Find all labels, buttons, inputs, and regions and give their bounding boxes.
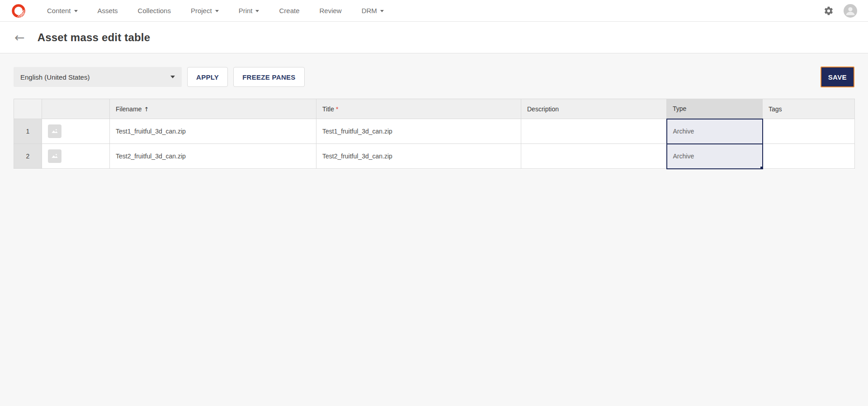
- column-header-description[interactable]: Description: [521, 99, 667, 119]
- user-avatar[interactable]: [844, 4, 857, 18]
- chevron-down-icon: [380, 10, 384, 12]
- settings-gear-icon[interactable]: [824, 6, 834, 16]
- language-select[interactable]: English (United States): [14, 67, 182, 87]
- nav-item-assets[interactable]: Assets: [98, 7, 118, 14]
- chevron-down-icon: [170, 76, 175, 78]
- nav-item-create[interactable]: Create: [279, 7, 299, 14]
- nav-item-label: Collections: [138, 7, 171, 14]
- nav-item-content[interactable]: Content: [47, 7, 78, 14]
- cell-description[interactable]: [521, 119, 667, 144]
- top-navigation-bar: Content Assets Collections Project Print…: [0, 0, 868, 22]
- column-header-filename[interactable]: Filename↑: [110, 99, 316, 119]
- cell-type-value: Archive: [673, 153, 694, 160]
- table-row: 1 Test1_fruitful_3d_can.zip Test1_fruitf…: [14, 119, 855, 144]
- thumbnail-cell[interactable]: [42, 144, 110, 169]
- chevron-down-icon: [215, 10, 219, 12]
- image-placeholder-icon: [48, 124, 61, 138]
- nav-item-collections[interactable]: Collections: [138, 7, 171, 14]
- column-header-label: Type: [673, 105, 686, 112]
- required-asterisk-icon: *: [336, 105, 338, 113]
- row-number-cell[interactable]: 1: [14, 119, 42, 144]
- column-header-thumbnail[interactable]: [42, 99, 110, 119]
- apply-button[interactable]: APPLY: [187, 67, 228, 87]
- nav-item-print[interactable]: Print: [239, 7, 259, 14]
- nav-right-actions: [824, 4, 857, 18]
- nav-item-label: Assets: [98, 7, 118, 14]
- image-placeholder-icon: [48, 149, 61, 163]
- nav-item-label: Print: [239, 7, 253, 14]
- nav-item-project[interactable]: Project: [191, 7, 219, 14]
- brand-logo-icon: [11, 3, 26, 19]
- brand-logo[interactable]: [11, 3, 26, 19]
- mass-edit-toolbar: English (United States) APPLY FREEZE PAN…: [14, 67, 854, 87]
- table-row: 2 Test2_fruitful_3d_can.zip Test2_fruitf…: [14, 144, 855, 169]
- column-header-title[interactable]: Title*: [316, 99, 521, 119]
- mass-edit-grid: Filename↑ Title* Description Type Tags 1: [14, 99, 854, 169]
- cell-filename[interactable]: Test2_fruitful_3d_can.zip: [110, 144, 316, 169]
- nav-item-label: DRM: [362, 7, 377, 14]
- row-number-cell[interactable]: 2: [14, 144, 42, 169]
- select-all-corner-cell[interactable]: [14, 99, 42, 119]
- cell-title[interactable]: Test2_fruitful_3d_can.zip: [316, 144, 521, 169]
- language-select-value: English (United States): [20, 73, 90, 81]
- sort-ascending-icon: ↑: [144, 106, 149, 113]
- chevron-down-icon: [255, 10, 259, 12]
- thumbnail-cell[interactable]: [42, 119, 110, 144]
- grid-header-row: Filename↑ Title* Description Type Tags: [14, 99, 855, 119]
- nav-item-review[interactable]: Review: [320, 7, 342, 14]
- nav-item-label: Create: [279, 7, 299, 14]
- column-header-label: Filename: [116, 105, 142, 113]
- column-header-tags[interactable]: Tags: [763, 99, 855, 119]
- nav-menu: Content Assets Collections Project Print…: [47, 7, 384, 14]
- cell-tags[interactable]: [763, 119, 855, 144]
- nav-item-label: Content: [47, 7, 71, 14]
- nav-item-label: Review: [320, 7, 342, 14]
- cell-filename[interactable]: Test1_fruitful_3d_can.zip: [110, 119, 316, 144]
- save-button[interactable]: SAVE: [821, 67, 854, 87]
- back-arrow-icon[interactable]: ←: [14, 31, 25, 43]
- column-header-label: Tags: [769, 105, 782, 113]
- column-header-type[interactable]: Type: [667, 99, 763, 119]
- selection-fill-handle[interactable]: [760, 166, 763, 169]
- chevron-down-icon: [74, 10, 78, 12]
- page-header: ← Asset mass edit table: [0, 22, 868, 53]
- cell-type-selected[interactable]: Archive: [667, 119, 763, 144]
- page-title: Asset mass edit table: [38, 31, 151, 44]
- cell-type-selected[interactable]: Archive: [667, 144, 763, 169]
- nav-item-drm[interactable]: DRM: [362, 7, 384, 14]
- cell-description[interactable]: [521, 144, 667, 169]
- cell-title[interactable]: Test1_fruitful_3d_can.zip: [316, 119, 521, 144]
- column-header-label: Description: [527, 105, 559, 113]
- freeze-panes-button[interactable]: FREEZE PANES: [233, 67, 305, 87]
- column-header-label: Title: [322, 105, 334, 113]
- nav-item-label: Project: [191, 7, 212, 14]
- cell-tags[interactable]: [763, 144, 855, 169]
